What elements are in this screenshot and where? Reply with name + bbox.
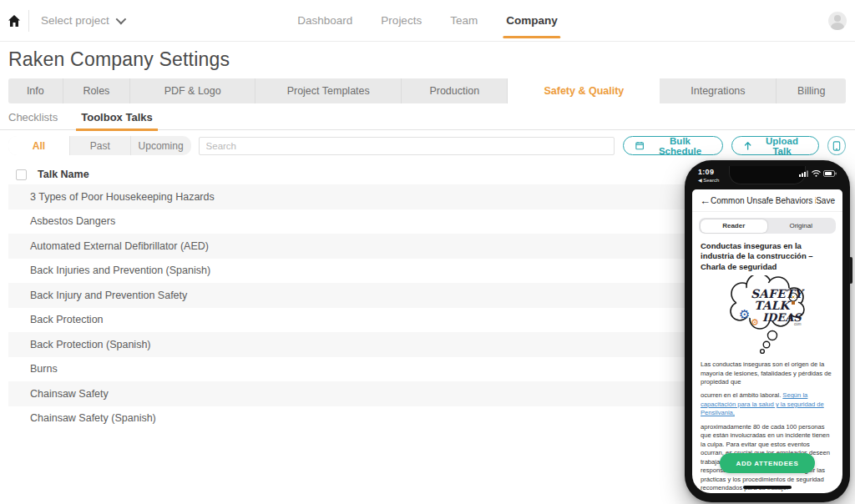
phone-side-button [849, 257, 852, 284]
raken-company-settings-page: Select project Dashboard Projects Team C… [0, 0, 855, 504]
page-title: Raken Company Settings [8, 48, 230, 71]
cellular-signal-icon [799, 170, 809, 177]
status-time: 1:09 [698, 168, 719, 176]
talks-filter-group: All Past Upcoming [8, 136, 191, 155]
logo-word-talk: TALK [754, 299, 792, 312]
bulk-schedule-label: Bulk Schedule [650, 136, 711, 156]
talk-name-column-header: Talk Name [38, 169, 89, 180]
top-nav: Select project Dashboard Projects Team C… [0, 0, 855, 42]
upload-talk-button[interactable]: Upload Talk [731, 136, 819, 155]
doc-heading: Conductas inseguras en la industria de l… [701, 241, 834, 272]
chevron-down-icon [115, 14, 126, 25]
upload-talk-label: Upload Talk [757, 136, 807, 156]
upload-arrow-icon [744, 141, 751, 150]
tab-project-templates[interactable]: Project Templates [255, 78, 402, 103]
doc-paragraph-2-text: ocurren en el ámbito laboral. [701, 391, 782, 399]
search-input[interactable] [200, 138, 615, 154]
tab-billing[interactable]: Billing [777, 78, 846, 103]
reader-original-segmented-control: Reader Original [699, 218, 836, 234]
select-project-dropdown[interactable]: Select project [29, 14, 135, 27]
user-avatar[interactable] [828, 12, 847, 30]
mobile-preview-button[interactable] [827, 136, 846, 155]
search-box [199, 137, 615, 155]
doc-paragraph-1: Las conductas inseguras son el origen de… [701, 360, 834, 386]
subtab-checklists[interactable]: Checklists [8, 111, 58, 129]
tab-production[interactable]: Production [402, 78, 508, 103]
add-attendees-button[interactable]: ADD ATTENDEES [720, 453, 815, 473]
avatar-body-icon [831, 23, 844, 30]
tab-info[interactable]: Info [8, 78, 63, 103]
select-all-checkbox[interactable] [16, 169, 27, 180]
battery-icon [823, 170, 837, 177]
talks-toolbar: All Past Upcoming Bulk Schedule Upload T… [8, 136, 846, 155]
wifi-icon [812, 170, 821, 177]
blue-gear-icon: ⚙ [739, 307, 750, 322]
nav-company[interactable]: Company [506, 0, 558, 42]
doc-paragraph-2: ocurren en el ámbito laboral. Según la c… [701, 391, 834, 417]
nav-dashboard[interactable]: Dashboard [297, 0, 352, 42]
subtab-toolbox-talks[interactable]: Toolbox Talks [81, 111, 152, 129]
filter-past[interactable]: Past [69, 136, 130, 155]
bulk-schedule-button[interactable]: Bulk Schedule [623, 136, 723, 155]
tab-safety-quality[interactable]: Safety & Quality [508, 78, 660, 103]
tab-pdf-logo[interactable]: PDF & Logo [130, 78, 255, 103]
phone-status-bar: 1:09 ◀ Search [698, 168, 837, 183]
tab-roles[interactable]: Roles [63, 78, 131, 103]
safety-subtabs: Checklists Toolbox Talks [0, 111, 855, 130]
home-button[interactable] [0, 0, 28, 42]
phone-app-bar: ← Common Unsafe Behaviors in C... Save [692, 189, 842, 212]
mobile-phone-icon [832, 141, 841, 151]
tab-integrations[interactable]: Integrations [660, 78, 777, 103]
primary-nav: Dashboard Projects Team Company [297, 0, 557, 42]
safety-talk-ideas-logo: SAFETY TALK IDEAS com ⚙ ⚙ [701, 275, 834, 355]
select-project-label: Select project [41, 14, 109, 27]
phone-screen: ← Common Unsafe Behaviors in C... Save R… [692, 189, 842, 493]
logo-suffix: com [794, 322, 802, 326]
settings-tabbar: Info Roles PDF & Logo Project Templates … [8, 78, 846, 103]
avatar-head-icon [834, 15, 841, 22]
home-icon [8, 14, 21, 28]
home-indicator[interactable] [743, 486, 792, 489]
schedule-calendar-icon [635, 141, 644, 150]
orange-gear-icon: ⚙ [751, 317, 759, 328]
nav-projects[interactable]: Projects [381, 0, 422, 42]
segment-original[interactable]: Original [767, 219, 835, 233]
filter-all[interactable]: All [8, 136, 69, 155]
status-back-to-search: ◀ Search [698, 177, 719, 183]
talk-doc-title: Common Unsafe Behaviors in C... [711, 196, 816, 205]
phone-mockup: 1:09 ◀ Search ← Common Unsafe Behaviors … [685, 160, 850, 502]
save-button[interactable]: Save [816, 196, 835, 205]
segment-reader[interactable]: Reader [701, 219, 768, 233]
filter-upcoming[interactable]: Upcoming [130, 136, 191, 155]
back-arrow-icon[interactable]: ← [700, 195, 711, 206]
nav-team[interactable]: Team [450, 0, 478, 42]
